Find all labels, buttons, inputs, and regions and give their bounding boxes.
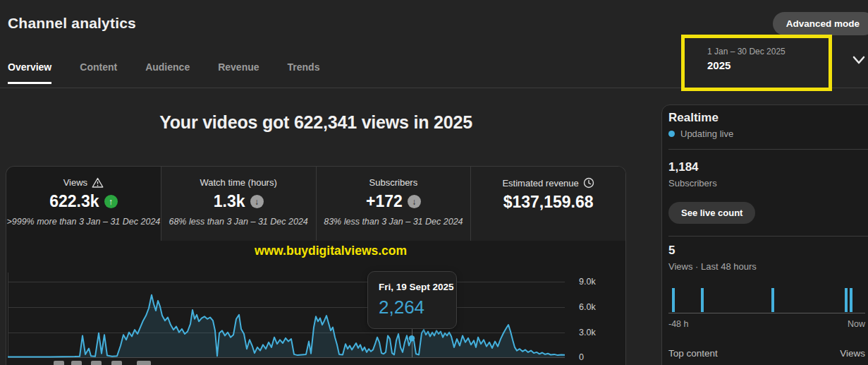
realtime-subscribers-value: 1,184 bbox=[668, 160, 699, 174]
metric-views-note: >999% more than 3 Jan – 31 Dec 2024 bbox=[6, 217, 161, 227]
realtime-bar bbox=[771, 288, 774, 312]
see-live-count-button[interactable]: See live count bbox=[668, 202, 755, 224]
tab-audience[interactable]: Audience bbox=[145, 61, 190, 84]
watermark-text: www.buydigitalviews.com bbox=[20, 244, 626, 258]
metric-watch-time-value: 1.3k bbox=[214, 192, 245, 211]
metric-views[interactable]: Views 622.3k ↑ >999% more than 3 Jan – 3… bbox=[6, 167, 161, 241]
chevron-down-icon[interactable] bbox=[852, 55, 866, 65]
realtime-card: Realtime Updating live 1,184 Subscribers… bbox=[661, 104, 868, 365]
realtime-views-value: 5 bbox=[668, 244, 675, 258]
metric-subscribers-label: Subscribers bbox=[369, 177, 418, 188]
metric-watch-time-label: Watch time (hours) bbox=[200, 177, 276, 188]
realtime-bar bbox=[845, 288, 848, 312]
views-headline: Your videos got 622,341 views in 2025 bbox=[6, 112, 626, 133]
views-line-svg bbox=[8, 273, 565, 358]
metric-subscribers[interactable]: Subscribers +172 ↓ 83% less than 3 Jan –… bbox=[317, 167, 472, 241]
metric-watch-time[interactable]: Watch time (hours) 1.3k ↓ 68% less than … bbox=[161, 167, 317, 241]
last-48h-bar-chart bbox=[668, 288, 865, 313]
realtime-status-text: Updating live bbox=[680, 128, 733, 139]
cutoff-thumbnail bbox=[137, 361, 151, 365]
top-content-views-label: Views bbox=[840, 348, 865, 359]
last-48h-axis: -48 h Now bbox=[668, 319, 865, 329]
realtime-bar bbox=[672, 288, 675, 312]
metric-revenue-value: $137,159.68 bbox=[503, 193, 594, 212]
trend-down-icon: ↓ bbox=[250, 195, 264, 208]
top-content-header: Top content Views bbox=[668, 348, 865, 359]
live-dot-icon bbox=[668, 131, 675, 137]
sidebar-divider bbox=[668, 236, 868, 237]
views-line-chart[interactable] bbox=[8, 273, 565, 357]
metric-views-value: 622.3k bbox=[49, 192, 99, 211]
channel-analytics-page: Channel analytics Advanced mode Overview… bbox=[0, 0, 868, 365]
realtime-title: Realtime bbox=[668, 111, 719, 125]
axis-start-label: -48 h bbox=[668, 319, 689, 329]
top-content-label[interactable]: Top content bbox=[668, 348, 718, 359]
metric-revenue-label: Estimated revenue bbox=[502, 178, 578, 189]
analytics-card: Views 622.3k ↑ >999% more than 3 Jan – 3… bbox=[6, 166, 626, 365]
y-tick: 6.0k bbox=[579, 302, 614, 312]
clock-icon bbox=[583, 177, 594, 189]
chart-tooltip: Fri, 19 Sept 2025 2,264 bbox=[367, 271, 457, 329]
warning-icon bbox=[92, 177, 104, 188]
advanced-mode-button[interactable]: Advanced mode bbox=[773, 12, 868, 35]
metric-watch-time-note: 68% less than 3 Jan – 31 Dec 2024 bbox=[161, 217, 316, 227]
trend-down-icon: ↓ bbox=[408, 195, 421, 208]
metric-subscribers-note: 83% less than 3 Jan – 31 Dec 2024 bbox=[317, 217, 471, 227]
metric-tabs: Views 622.3k ↑ >999% more than 3 Jan – 3… bbox=[6, 167, 625, 241]
y-tick: 0 bbox=[579, 352, 614, 362]
tab-overview[interactable]: Overview bbox=[8, 61, 51, 84]
metric-subscribers-value: +172 bbox=[366, 192, 403, 211]
cutoff-thumbnail bbox=[54, 361, 64, 365]
realtime-bar bbox=[701, 288, 704, 312]
y-tick: 3.0k bbox=[579, 328, 614, 337]
hover-marker-dot bbox=[409, 335, 415, 341]
tab-revenue[interactable]: Revenue bbox=[218, 61, 259, 84]
trend-up-icon: ↑ bbox=[104, 195, 118, 208]
cutoff-thumbnail bbox=[111, 361, 122, 365]
chart-area-fill bbox=[8, 295, 565, 357]
analytics-tabs: Overview Content Audience Revenue Trends bbox=[8, 61, 319, 84]
metric-views-label: Views bbox=[63, 177, 87, 188]
metric-revenue[interactable]: Estimated revenue $137,159.68 bbox=[471, 167, 625, 241]
realtime-subscribers-label: Subscribers bbox=[668, 178, 717, 189]
cutoff-thumbnail bbox=[71, 361, 82, 365]
y-tick: 9.0k bbox=[579, 277, 614, 287]
tooltip-value: 2,264 bbox=[379, 297, 456, 318]
axis-end-label: Now bbox=[848, 319, 865, 329]
realtime-bar bbox=[850, 288, 852, 312]
highlight-box bbox=[681, 35, 832, 91]
tab-trends[interactable]: Trends bbox=[288, 61, 320, 84]
realtime-views-label: Views · Last 48 hours bbox=[668, 261, 757, 272]
tab-content[interactable]: Content bbox=[80, 61, 117, 84]
tooltip-date: Fri, 19 Sept 2025 bbox=[379, 282, 456, 292]
realtime-status: Updating live bbox=[668, 128, 733, 139]
sidebar-divider bbox=[668, 149, 868, 150]
cutoff-thumbnail bbox=[91, 361, 102, 365]
page-title: Channel analytics bbox=[8, 15, 136, 32]
